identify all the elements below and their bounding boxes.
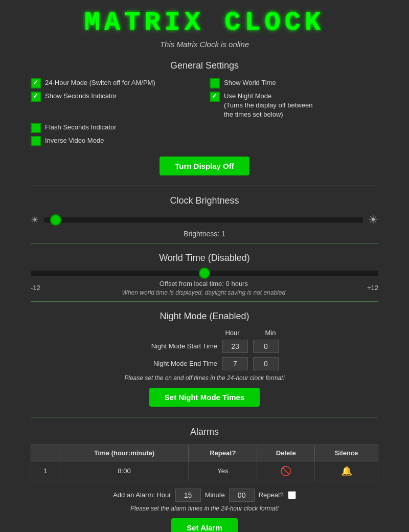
general-settings-section: General Settings 24-Hour Mode (Switch of… bbox=[31, 60, 378, 186]
alarm-row-1: 1 8:00 Yes 🚫 🔔 bbox=[31, 461, 378, 481]
brightness-label: Brightness: 1 bbox=[31, 230, 378, 238]
delete-alarm-icon[interactable]: 🚫 bbox=[280, 466, 291, 476]
add-alarm-row: Add an Alarm: Hour Minute Repeat? bbox=[31, 489, 378, 502]
night-end-label: Night Mode End Time bbox=[130, 360, 217, 367]
checkbox-row-night-mode: Use Night Mode(Turns the display off bet… bbox=[210, 92, 378, 120]
alarms-title: Alarms bbox=[31, 427, 378, 437]
checkbox-row-show-world: Show World Time bbox=[210, 78, 378, 88]
world-time-thumb[interactable] bbox=[199, 268, 210, 279]
night-end-row: Night Mode End Time bbox=[31, 357, 378, 370]
night-mode-title: Night Mode (Enabled) bbox=[31, 311, 378, 322]
checkbox-row-hour24: 24-Hour Mode (Switch off for AM/PM) bbox=[31, 78, 199, 88]
app-subtitle: This Matrix Clock is online bbox=[31, 40, 378, 49]
add-alarm-label: Add an Alarm: Hour bbox=[113, 491, 171, 499]
alarms-section: Alarms Time (hour:minute) Repeat? Delete… bbox=[31, 427, 378, 532]
label-inverse-video: Inverse Video Mode bbox=[45, 136, 104, 145]
col-delete: Delete bbox=[257, 445, 315, 461]
set-night-mode-button[interactable]: Set Night Mode Times bbox=[149, 388, 260, 407]
brightness-section: Clock Brightness ☀ ☀ Brightness: 1 bbox=[31, 195, 378, 243]
night-start-min-input[interactable] bbox=[253, 340, 279, 353]
label-flash-seconds: Flash Seconds Indicator bbox=[45, 123, 116, 132]
checkbox-row-flash: Flash Seconds Indicator bbox=[31, 123, 199, 133]
world-time-note: When world time is displayed, daylight s… bbox=[122, 289, 286, 296]
checkbox-row-seconds: Show Seconds Indicator bbox=[31, 92, 199, 120]
sun-small-icon: ☀ bbox=[31, 214, 39, 226]
night-start-row: Night Mode Start Time bbox=[31, 340, 378, 353]
brightness-title: Clock Brightness bbox=[31, 195, 378, 206]
night-start-label: Night Mode Start Time bbox=[130, 342, 217, 350]
checkbox-use-night[interactable] bbox=[210, 92, 220, 102]
add-minute-label: Minute bbox=[205, 491, 225, 499]
alarm-delete[interactable]: 🚫 bbox=[257, 461, 315, 481]
night-min-header: Min bbox=[265, 329, 276, 337]
alarm-repeat: Yes bbox=[189, 461, 257, 481]
world-time-track bbox=[31, 271, 378, 276]
night-col-headers: Hour Min bbox=[31, 329, 378, 337]
general-settings-title: General Settings bbox=[31, 60, 378, 71]
brightness-slider-row: ☀ ☀ bbox=[31, 213, 378, 227]
checkbox-show-world[interactable] bbox=[210, 78, 220, 88]
checkbox-row-inverse: Inverse Video Mode bbox=[31, 136, 199, 146]
label-hour24: 24-Hour Mode (Switch off for AM/PM) bbox=[45, 78, 155, 87]
alarms-header-row: Time (hour:minute) Repeat? Delete Silenc… bbox=[31, 445, 378, 461]
checkbox-hour24[interactable] bbox=[31, 78, 41, 88]
alarm-silence[interactable]: 🔔 bbox=[315, 461, 378, 481]
alarm-note: Please set the alarm times in the 24-hou… bbox=[31, 505, 378, 512]
add-alarm-min-input[interactable] bbox=[229, 489, 255, 502]
col-repeat: Repeat? bbox=[189, 445, 257, 461]
col-time: Time (hour:minute) bbox=[60, 445, 189, 461]
settings-grid: 24-Hour Mode (Switch off for AM/PM) Show… bbox=[31, 78, 378, 146]
night-end-hour-input[interactable] bbox=[222, 357, 248, 370]
silence-alarm-icon[interactable]: 🔔 bbox=[341, 466, 352, 476]
world-time-max: +12 bbox=[367, 284, 378, 292]
night-mode-section: Night Mode (Enabled) Hour Min Night Mode… bbox=[31, 311, 378, 417]
add-alarm-hour-input[interactable] bbox=[175, 489, 201, 502]
brightness-thumb[interactable] bbox=[50, 214, 61, 226]
col-num bbox=[31, 445, 60, 461]
label-show-world: Show World Time bbox=[224, 78, 276, 87]
night-end-min-input[interactable] bbox=[253, 357, 279, 370]
alarm-num: 1 bbox=[31, 461, 60, 481]
checkbox-inverse-video[interactable] bbox=[31, 136, 41, 146]
world-time-title: World Time (Disabled) bbox=[31, 253, 378, 263]
set-alarm-button[interactable]: Set Alarm bbox=[171, 518, 237, 532]
label-show-seconds: Show Seconds Indicator bbox=[45, 92, 117, 101]
world-time-section: World Time (Disabled) -12 Offset from lo… bbox=[31, 253, 378, 302]
world-time-range-row: -12 Offset from local time: 0 hours When… bbox=[31, 280, 378, 296]
checkbox-flash-seconds[interactable] bbox=[31, 123, 41, 133]
col-silence: Silence bbox=[315, 445, 378, 461]
night-mode-note: Please set the on and off times in the 2… bbox=[31, 374, 378, 382]
app-title: MATRIX CLOCK bbox=[31, 8, 378, 38]
sun-large-icon: ☀ bbox=[368, 213, 378, 227]
brightness-track bbox=[44, 217, 363, 223]
turn-display-off-button[interactable]: Turn Display Off bbox=[160, 157, 249, 175]
add-alarm-repeat-checkbox[interactable] bbox=[288, 491, 296, 499]
add-repeat-label: Repeat? bbox=[259, 491, 284, 499]
night-hour-header: Hour bbox=[225, 329, 239, 337]
night-start-hour-input[interactable] bbox=[222, 340, 248, 353]
world-time-offset: Offset from local time: 0 hours bbox=[122, 280, 286, 287]
world-time-min: -12 bbox=[31, 284, 40, 292]
label-use-night: Use Night Mode(Turns the display off bet… bbox=[224, 92, 312, 120]
title-bar: MATRIX CLOCK This Matrix Clock is online bbox=[31, 0, 378, 51]
checkbox-show-seconds[interactable] bbox=[31, 92, 41, 102]
alarm-time: 8:00 bbox=[60, 461, 189, 481]
alarms-table: Time (hour:minute) Repeat? Delete Silenc… bbox=[31, 445, 378, 481]
